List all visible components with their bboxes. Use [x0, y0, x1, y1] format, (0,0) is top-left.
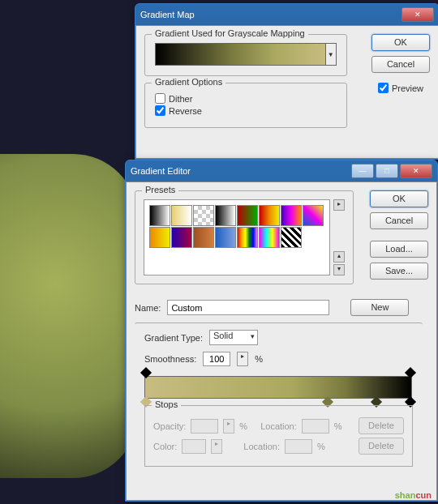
stops-fieldset: Stops Opacity: ▸% Location: % Delete Col… [144, 405, 413, 467]
presets-list [144, 199, 330, 275]
cancel-button[interactable]: Cancel [370, 212, 428, 229]
dialog-title: Gradient Editor [131, 166, 191, 176]
name-input[interactable] [167, 300, 329, 315]
preset-swatch[interactable] [281, 205, 302, 226]
scroll-up-icon[interactable]: ▴ [333, 251, 345, 263]
stepper-icon: ▸ [211, 439, 222, 454]
gradient-preview[interactable] [155, 43, 326, 66]
location-input [302, 419, 329, 434]
color-swatch [182, 439, 206, 454]
checkbox-icon[interactable] [378, 83, 389, 93]
close-icon[interactable]: ✕ [402, 7, 434, 22]
preview-checkbox[interactable]: Preview [378, 83, 423, 93]
delete-button: Delete [359, 417, 404, 434]
opacity-label: Opacity: [153, 421, 186, 431]
fieldset-legend: Gradient Options [152, 77, 225, 87]
gradient-mapping-fieldset: Gradient Used for Grayscale Mapping ▼ [144, 34, 347, 76]
opacity-stop[interactable] [405, 367, 416, 378]
dialog-title: Gradient Map [140, 10, 195, 19]
close-icon[interactable]: ✕ [400, 164, 432, 178]
preset-swatch[interactable] [237, 227, 258, 248]
new-button[interactable]: New [350, 299, 409, 316]
type-select[interactable]: Solid [209, 330, 258, 345]
ok-button[interactable]: OK [370, 190, 428, 207]
titlebar[interactable]: Gradient Editor — □ ✕ [126, 160, 437, 182]
preset-swatch[interactable] [149, 205, 170, 226]
preset-swatch[interactable] [215, 205, 236, 226]
preset-menu-icon[interactable]: ▸ [333, 199, 345, 211]
location-label: Location: [243, 442, 280, 451]
gradient-editor-dialog: Gradient Editor — □ ✕ Presets ▸ ▴ ▾ [125, 160, 438, 502]
fieldset-legend: Gradient Used for Grayscale Mapping [152, 28, 308, 38]
cancel-button[interactable]: Cancel [371, 56, 430, 73]
ok-button[interactable]: OK [371, 34, 430, 51]
gradient-bar[interactable] [144, 376, 412, 399]
load-button[interactable]: Load... [370, 241, 428, 258]
presets-fieldset: Presets ▸ ▴ ▾ [135, 190, 354, 284]
minimize-icon[interactable]: — [351, 164, 374, 178]
preset-swatch[interactable] [303, 205, 324, 226]
preset-swatch[interactable] [171, 205, 192, 226]
maximize-icon[interactable]: □ [376, 164, 398, 178]
smooth-input[interactable] [203, 352, 230, 366]
opacity-stop[interactable] [140, 367, 152, 378]
fieldset-legend: Presets [142, 185, 178, 194]
gradient-options-fieldset: Gradient Options Dither Reverse [144, 83, 347, 128]
gradient-dropdown-icon[interactable]: ▼ [326, 43, 337, 66]
name-label: Name: [135, 303, 161, 313]
scroll-down-icon[interactable]: ▾ [333, 264, 345, 275]
preset-swatch[interactable] [149, 227, 170, 248]
reverse-checkbox[interactable]: Reverse [155, 105, 337, 116]
preset-swatch[interactable] [171, 227, 192, 248]
preset-swatch[interactable] [281, 227, 302, 248]
dither-checkbox[interactable]: Dither [155, 93, 337, 104]
save-button[interactable]: Save... [370, 263, 428, 280]
titlebar[interactable]: Gradient Map ✕ [135, 4, 438, 25]
checkbox-icon[interactable] [155, 105, 165, 116]
delete-button: Delete [359, 438, 404, 455]
checkbox-icon[interactable] [155, 93, 165, 104]
gradient-map-dialog: Gradient Map ✕ Gradient Used for Graysca… [135, 3, 438, 160]
preset-swatch[interactable] [259, 227, 280, 248]
fieldset-legend: Stops [152, 399, 181, 409]
watermark: shancun [395, 484, 432, 502]
preset-swatch[interactable] [193, 227, 214, 248]
type-label: Gradient Type: [144, 333, 203, 343]
preset-swatch[interactable] [193, 205, 214, 226]
stepper-icon[interactable]: ▸ [237, 352, 248, 366]
stepper-icon: ▸ [223, 419, 234, 434]
preset-swatch[interactable] [237, 205, 258, 226]
smooth-label: Smoothness: [144, 354, 196, 364]
opacity-input [191, 419, 218, 434]
location-input [285, 439, 312, 454]
preset-swatch[interactable] [259, 205, 280, 226]
color-label: Color: [153, 442, 177, 451]
preset-swatch[interactable] [215, 227, 236, 248]
location-label: Location: [260, 421, 297, 431]
